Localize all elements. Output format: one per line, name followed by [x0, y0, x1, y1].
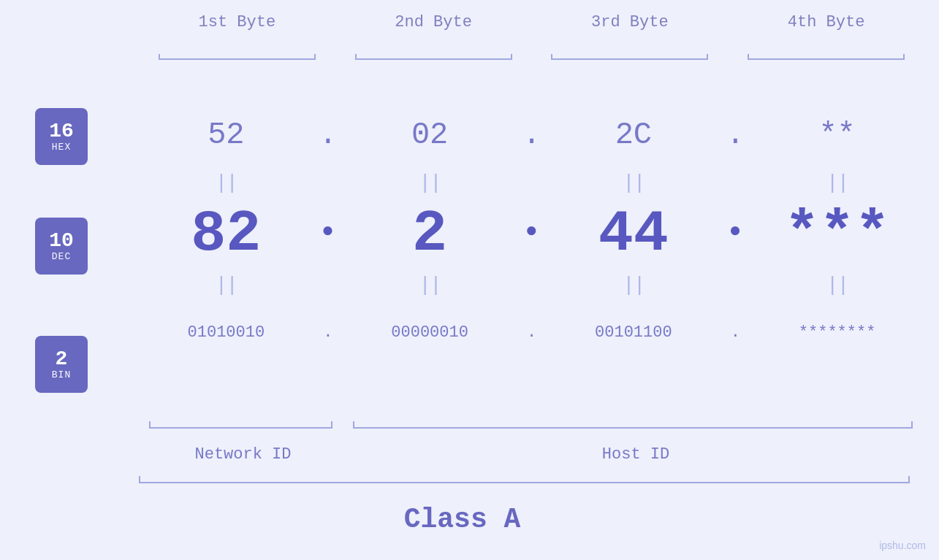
bracket-line-4: [748, 58, 905, 60]
host-bracket-line: [353, 427, 913, 429]
eq1-b2: ||: [343, 172, 517, 194]
bracket-line-2: [355, 58, 512, 60]
byte4-header: 4th Byte: [728, 13, 924, 31]
bracket-line-3: [551, 58, 708, 60]
bin-badge-label: BIN: [52, 369, 71, 380]
hex-b4: **: [750, 118, 924, 153]
dec-dot1: ●: [313, 220, 343, 248]
network-id-label: Network ID: [139, 438, 347, 464]
hex-dot2: .: [517, 118, 547, 153]
hex-badge: 16 HEX: [35, 108, 88, 165]
hex-row: 52 . 02 . 2C . **: [139, 102, 924, 168]
bin-dot3: .: [721, 323, 750, 342]
watermark: ipshu.com: [879, 540, 926, 551]
bracket-2: [335, 58, 532, 60]
bracket-1: [139, 58, 335, 60]
rows-container: 52 . 02 . 2C . ** || || || || 82 ● 2 ● 4…: [139, 73, 924, 358]
class-a-label: Class A: [0, 504, 924, 535]
bin-badge: 2 BIN: [35, 336, 88, 393]
hex-b3: 2C: [547, 118, 721, 153]
hex-dot3: .: [721, 118, 750, 153]
dec-row: 82 ● 2 ● 44 ● ***: [139, 197, 924, 270]
eq1-b1: ||: [139, 172, 313, 194]
dec-badge-num: 10: [49, 231, 74, 251]
byte3-header: 3rd Byte: [532, 13, 729, 31]
hex-dot1: .: [313, 118, 343, 153]
bracket-line-1: [159, 58, 316, 60]
bracket-4: [728, 58, 924, 60]
dec-b1: 82: [139, 201, 313, 267]
eq2-b2: ||: [343, 274, 517, 296]
eq1-b3: ||: [547, 172, 721, 194]
hex-b2: 02: [343, 118, 517, 153]
dec-b4: ***: [750, 201, 924, 267]
dec-dot3: ●: [721, 220, 750, 248]
full-bottom-bracket: [139, 482, 910, 483]
bin-dot2: .: [517, 323, 547, 342]
equals-row-1: || || || ||: [139, 168, 924, 197]
dec-dot2: ●: [517, 220, 547, 248]
eq2-b4: ||: [750, 274, 924, 296]
bottom-labels: Network ID Host ID: [139, 438, 924, 464]
bin-row: 01010010 . 00000010 . 00101100 . *******…: [139, 307, 924, 358]
net-bracket-line: [149, 427, 332, 429]
dec-badge-label: DEC: [52, 251, 71, 262]
bin-badge-num: 2: [56, 349, 68, 369]
bin-b3: 00101100: [547, 323, 721, 342]
bin-b1: 01010010: [139, 323, 313, 342]
host-id-label: Host ID: [347, 438, 924, 464]
main-container: 1st Byte 2nd Byte 3rd Byte 4th Byte 16 H…: [0, 0, 939, 560]
byte1-header: 1st Byte: [139, 13, 335, 31]
bin-b4: ********: [750, 323, 924, 342]
top-brackets: [139, 58, 924, 60]
byte-headers: 1st Byte 2nd Byte 3rd Byte 4th Byte: [139, 13, 924, 31]
bracket-3: [532, 58, 729, 60]
eq2-b3: ||: [547, 274, 721, 296]
eq2-b1: ||: [139, 274, 313, 296]
hex-badge-num: 16: [49, 121, 74, 142]
byte2-header: 2nd Byte: [335, 13, 532, 31]
eq1-b4: ||: [750, 172, 924, 194]
equals-row-2: || || || ||: [139, 270, 924, 299]
bin-b2: 00000010: [343, 323, 517, 342]
bin-dot1: .: [313, 323, 343, 342]
dec-b3: 44: [547, 201, 721, 267]
dec-badge: 10 DEC: [35, 218, 88, 275]
dec-b2: 2: [343, 201, 517, 267]
hex-b1: 52: [139, 118, 313, 153]
hex-badge-label: HEX: [52, 142, 71, 153]
